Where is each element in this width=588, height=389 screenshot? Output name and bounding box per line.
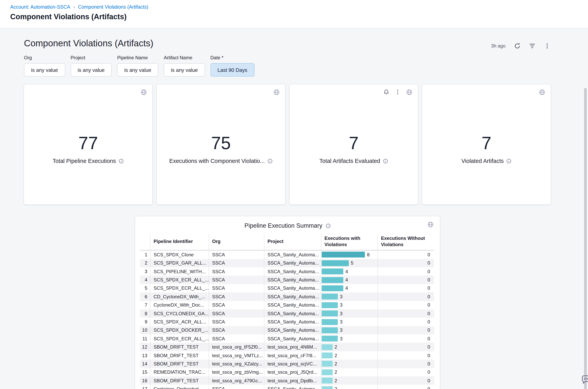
- violations-bar[interactable]: [322, 260, 349, 266]
- globe-icon[interactable]: [273, 89, 280, 95]
- violations-bar-value: 2: [334, 386, 337, 389]
- violations-bar[interactable]: [322, 319, 338, 325]
- info-icon[interactable]: [268, 159, 273, 164]
- cell-executions-without-violations: 0: [378, 309, 434, 318]
- globe-icon[interactable]: [539, 89, 545, 95]
- cell-pipeline-identifier: CD_CycloneDX_With_...: [150, 292, 208, 301]
- stat-label-row: Total Pipeline Executions: [53, 158, 124, 164]
- cell-executions-without-violations: 0: [378, 351, 434, 360]
- pipeline-summary-card: Pipeline Execution Summary Pipeline Iden…: [135, 216, 440, 389]
- bell-icon[interactable]: [383, 89, 390, 95]
- violations-bar-value: 2: [334, 353, 337, 358]
- cell-org: test_ssca_org_XZalzy...: [208, 360, 264, 368]
- globe-icon[interactable]: [427, 221, 434, 228]
- cell-org: test_ssca_org_VMTLz...: [208, 351, 264, 360]
- filter-value-button-org[interactable]: is any value: [24, 63, 65, 77]
- violations-bar[interactable]: [322, 277, 343, 283]
- cell-project: SSCA_Sanity_Automa...: [264, 259, 321, 267]
- violations-bar[interactable]: [322, 268, 343, 274]
- help-chat-icon[interactable]: [581, 374, 588, 387]
- violations-bar[interactable]: [322, 327, 338, 333]
- cell-org: SSCA: [208, 334, 264, 343]
- cell-org: SSCA: [208, 267, 264, 276]
- cell-executions-with-violations: 2: [321, 385, 378, 389]
- stat-inner: 75Executions with Component Violatio...: [169, 133, 273, 164]
- violations-bar-value: 4: [345, 286, 348, 291]
- violations-bar[interactable]: [322, 344, 333, 350]
- violations-bar[interactable]: [322, 361, 333, 367]
- cell-executions-with-violations: 2: [321, 376, 378, 385]
- cell-executions-without-violations: 0: [378, 301, 434, 309]
- violations-bar[interactable]: [322, 369, 333, 375]
- table-header-col-5[interactable]: Executions Without Violations: [378, 234, 434, 250]
- cell-project: SSCA_Sanity_Automa...: [264, 267, 321, 276]
- filter-label-pipeline-name: Pipeline Name: [117, 55, 158, 61]
- violations-bar[interactable]: [322, 386, 333, 389]
- filter-label-project: Project: [70, 55, 111, 61]
- violations-bar[interactable]: [322, 302, 338, 308]
- violations-bar[interactable]: [322, 311, 338, 316]
- stat-inner: 77Total Pipeline Executions: [53, 133, 124, 164]
- info-icon[interactable]: [383, 159, 388, 164]
- cell-project: SSCA_Sanity_Automa...: [264, 334, 321, 343]
- table-header-col-1[interactable]: Pipeline Identifier: [150, 234, 208, 250]
- info-icon[interactable]: [325, 223, 331, 228]
- violations-bar-value: 2: [334, 378, 337, 383]
- row-index: 13: [140, 351, 150, 360]
- cell-executions-with-violations: 3: [321, 309, 378, 318]
- filter-icon[interactable]: [529, 42, 535, 49]
- filter-value-button-artifact-name[interactable]: is any value: [164, 63, 205, 77]
- violations-bar[interactable]: [322, 378, 333, 384]
- info-icon[interactable]: [119, 159, 124, 164]
- row-index: 15: [140, 368, 150, 376]
- violations-bar-value: 4: [345, 277, 348, 283]
- filter-bar: Orgis any valueProjectis any valuePipeli…: [24, 55, 588, 77]
- cell-project: SSCA_Sanity_Automa...: [264, 318, 321, 326]
- globe-icon[interactable]: [141, 89, 147, 95]
- cell-executions-with-violations: 2: [321, 351, 378, 360]
- info-icon[interactable]: [507, 159, 512, 164]
- cell-org: test_ssca_org_zbVmg...: [208, 368, 264, 376]
- cell-pipeline-identifier: SCS_SPDX_GAR_ALL...: [150, 259, 208, 267]
- kebab-menu-icon[interactable]: [544, 42, 550, 49]
- cell-project: SSCA_Sanity_Automa...: [264, 276, 321, 284]
- filter-org: Orgis any value: [24, 55, 65, 77]
- breadcrumb-account-link[interactable]: Account: Automation-SSCA: [10, 4, 70, 10]
- breadcrumb-page-link[interactable]: Component Violations (Artifacts): [78, 4, 148, 10]
- violations-bar[interactable]: [322, 353, 333, 358]
- vertical-scrollbar[interactable]: [584, 88, 587, 389]
- violations-bar[interactable]: [322, 285, 343, 291]
- page-header: Account: Automation-SSCA › Component Vio…: [0, 0, 588, 28]
- cell-pipeline-identifier: SCS_PIPELINE_WITH...: [150, 267, 208, 276]
- stat-value: 7: [349, 133, 359, 153]
- globe-icon[interactable]: [406, 89, 413, 95]
- row-index: 17: [140, 385, 150, 389]
- filter-value-button-project[interactable]: is any value: [70, 63, 111, 77]
- app-root: Account: Automation-SSCA › Component Vio…: [0, 0, 588, 389]
- cell-executions-with-violations: 8: [321, 250, 378, 259]
- table-header-col-2[interactable]: Org: [208, 234, 264, 250]
- violations-bar[interactable]: [322, 336, 338, 342]
- filter-value-button-date[interactable]: Last 90 Days: [210, 63, 254, 77]
- cell-pipeline-identifier: SCS_SPDX_ECR_ALL_...: [150, 334, 208, 343]
- violations-bar[interactable]: [322, 252, 365, 258]
- table-title: Pipeline Execution Summary: [244, 222, 322, 229]
- table-header-col-4[interactable]: Executions with Violations: [321, 234, 378, 250]
- cell-executions-without-violations: 0: [378, 318, 434, 326]
- cell-executions-with-violations: 2: [321, 360, 378, 368]
- filter-value-button-pipeline-name[interactable]: is any value: [117, 63, 158, 77]
- kebab-icon[interactable]: [395, 89, 401, 95]
- table-header-col-3[interactable]: Project: [264, 234, 321, 250]
- cell-executions-without-violations: 0: [378, 259, 434, 267]
- filter-project: Projectis any value: [70, 55, 111, 77]
- stat-value: 77: [78, 133, 98, 153]
- cell-org: SSCA: [208, 385, 264, 389]
- cell-pipeline-identifier: SCS_CYCLONEDX_GA...: [150, 309, 208, 318]
- cell-executions-without-violations: 0: [378, 376, 434, 385]
- breadcrumb: Account: Automation-SSCA › Component Vio…: [10, 4, 578, 10]
- cell-pipeline-identifier: CycloneDX_With_Doc...: [150, 301, 208, 309]
- refresh-icon[interactable]: [514, 42, 520, 49]
- row-index: 1: [140, 250, 150, 259]
- cell-pipeline-identifier: SBOM_DRIFT_TEST: [150, 351, 208, 360]
- violations-bar[interactable]: [322, 294, 338, 300]
